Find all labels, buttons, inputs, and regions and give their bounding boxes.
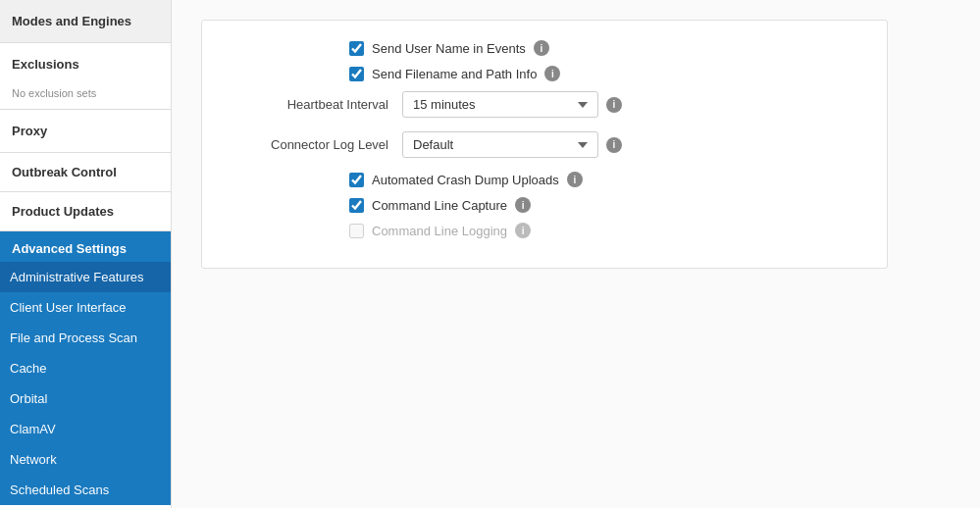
send-user-name-row: Send User Name in Events i <box>349 40 857 56</box>
crash-dump-checkbox[interactable] <box>349 173 364 187</box>
sidebar-item-modes-and-engines[interactable]: Modes and Engines <box>0 0 171 42</box>
sidebar-item-exclusions[interactable]: Exclusions <box>0 43 171 85</box>
exclusions-subtitle: No exclusion sets <box>0 85 171 109</box>
app-container: Modes and Engines Exclusions No exclusio… <box>0 0 980 508</box>
crash-dump-row: Automated Crash Dump Uploads i <box>349 172 857 187</box>
send-user-name-text: Send User Name in Events <box>372 41 526 56</box>
crash-dump-label: Automated Crash Dump Uploads i <box>349 172 583 187</box>
connector-log-level-info-icon[interactable]: i <box>606 137 622 153</box>
sidebar-section-modes: Modes and Engines <box>0 0 171 43</box>
main-content: Send User Name in Events i Send Filename… <box>172 0 980 508</box>
command-line-logging-checkbox[interactable] <box>349 224 364 238</box>
send-user-name-checkbox[interactable] <box>349 41 364 56</box>
command-line-logging-info-icon[interactable]: i <box>515 223 531 238</box>
sidebar-item-orbital[interactable]: Orbital <box>0 383 171 414</box>
sidebar-item-clamav[interactable]: ClamAV <box>0 414 171 444</box>
connector-log-level-label: Connector Log Level <box>232 137 388 152</box>
command-line-capture-label: Command Line Capture i <box>349 197 531 213</box>
connector-log-level-row: Connector Log Level Default Debug Trace … <box>232 131 857 158</box>
heartbeat-interval-wrapper: 5 minutes 10 minutes 15 minutes 30 minut… <box>402 91 622 118</box>
sidebar: Modes and Engines Exclusions No exclusio… <box>0 0 172 508</box>
crash-dump-text: Automated Crash Dump Uploads <box>372 173 559 187</box>
sidebar-item-administrative-features[interactable]: Administrative Features <box>0 262 171 292</box>
send-filename-label: Send Filename and Path Info i <box>349 66 560 81</box>
sidebar-section-exclusions: Exclusions No exclusion sets <box>0 43 171 110</box>
send-user-name-label: Send User Name in Events i <box>349 40 549 56</box>
sidebar-header-advanced-settings: Advanced Settings <box>0 231 171 262</box>
sidebar-section-advanced: Advanced Settings Administrative Feature… <box>0 231 171 505</box>
connector-log-level-select[interactable]: Default Debug Trace <box>402 131 598 158</box>
form-section: Send User Name in Events i Send Filename… <box>201 20 888 269</box>
sidebar-item-file-and-process-scan[interactable]: File and Process Scan <box>0 323 171 353</box>
send-filename-row: Send Filename and Path Info i <box>349 66 857 81</box>
heartbeat-interval-info-icon[interactable]: i <box>606 97 622 113</box>
heartbeat-interval-label: Heartbeat Interval <box>232 97 388 112</box>
crash-dump-info-icon[interactable]: i <box>567 172 583 187</box>
connector-log-level-wrapper: Default Debug Trace i <box>402 131 622 158</box>
send-filename-text: Send Filename and Path Info <box>372 67 537 81</box>
heartbeat-interval-row: Heartbeat Interval 5 minutes 10 minutes … <box>232 91 857 118</box>
command-line-capture-row: Command Line Capture i <box>349 197 857 213</box>
command-line-logging-row: Command Line Logging i <box>349 223 857 238</box>
sidebar-item-scheduled-scans[interactable]: Scheduled Scans <box>0 475 171 505</box>
sidebar-item-product-updates[interactable]: Product Updates <box>0 192 171 231</box>
sidebar-section-proxy: Proxy <box>0 110 171 153</box>
sidebar-item-client-user-interface[interactable]: Client User Interface <box>0 292 171 323</box>
sidebar-item-cache[interactable]: Cache <box>0 353 171 383</box>
sidebar-item-outbreak-control[interactable]: Outbreak Control <box>0 153 171 192</box>
heartbeat-interval-select[interactable]: 5 minutes 10 minutes 15 minutes 30 minut… <box>402 91 598 118</box>
sidebar-item-network[interactable]: Network <box>0 444 171 475</box>
send-user-name-info-icon[interactable]: i <box>534 40 549 56</box>
send-filename-checkbox[interactable] <box>349 67 364 81</box>
command-line-capture-checkbox[interactable] <box>349 198 364 213</box>
command-line-capture-info-icon[interactable]: i <box>515 197 531 213</box>
command-line-logging-label: Command Line Logging i <box>349 223 531 238</box>
send-filename-info-icon[interactable]: i <box>544 66 560 81</box>
command-line-capture-text: Command Line Capture <box>372 198 507 213</box>
command-line-logging-text: Command Line Logging <box>372 224 507 238</box>
sidebar-item-proxy[interactable]: Proxy <box>0 110 171 152</box>
